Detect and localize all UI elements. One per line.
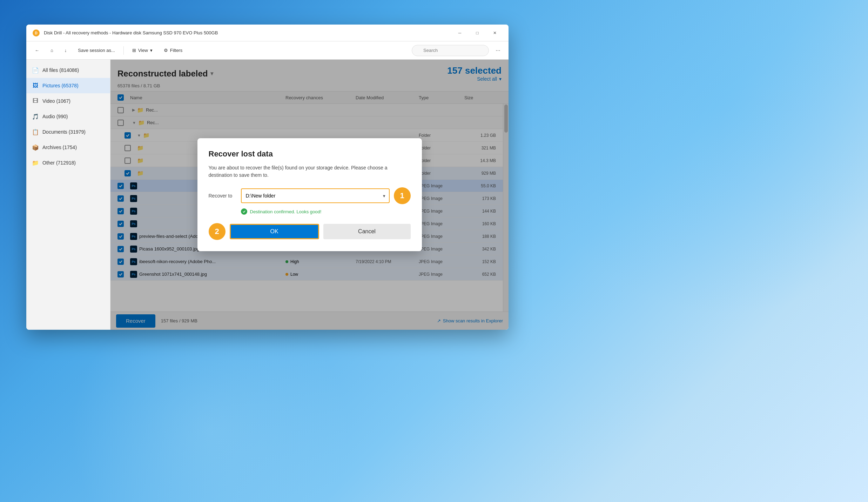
modal-confirm-text: Destination confirmed. Looks good!: [250, 209, 322, 214]
modal-recover-row: Recover to D:\New folder ▾ 1: [209, 187, 411, 204]
save-session-button[interactable]: Save session as...: [74, 44, 119, 57]
sidebar-item-archives-label: Archives (1754): [42, 145, 77, 150]
archives-icon: 📦: [32, 144, 39, 151]
view-label: View: [138, 48, 148, 53]
more-button[interactable]: ···: [492, 44, 504, 57]
sidebar-item-video-label: Video (1067): [42, 98, 70, 104]
modal-destination-select[interactable]: D:\New folder: [241, 188, 390, 203]
sidebar-item-all-files-label: All files (814086): [42, 67, 79, 73]
sidebar-item-video[interactable]: 🎞 Video (1067): [26, 93, 110, 109]
toolbar: ← ⌂ ↓ Save session as... ⊞ View ▾ ⚙ Filt…: [26, 41, 509, 60]
sidebar-item-pictures-label: Pictures (65378): [42, 83, 79, 88]
view-chevron-icon: ▾: [150, 48, 153, 53]
modal-cancel-button[interactable]: Cancel: [323, 224, 411, 239]
minimize-button[interactable]: ─: [452, 27, 468, 39]
step-2-badge: 2: [209, 223, 226, 240]
toolbar-separator: [123, 46, 124, 55]
app-icon: D: [32, 29, 40, 37]
modal-overlay: Recover lost data You are about to recov…: [110, 60, 509, 330]
save-session-label: Save session as...: [78, 48, 115, 53]
home-icon: ⌂: [51, 48, 53, 53]
modal-dialog: Recover lost data You are about to recov…: [197, 138, 422, 251]
sidebar-item-audio-label: Audio (990): [42, 114, 68, 119]
documents-icon: 📋: [32, 129, 39, 135]
svg-text:D: D: [35, 31, 37, 35]
home-button[interactable]: ⌂: [46, 44, 58, 57]
sidebar-item-other[interactable]: 📁 Other (712918): [26, 155, 110, 170]
close-button[interactable]: ✕: [487, 27, 503, 39]
modal-select-wrapper: D:\New folder ▾: [241, 188, 390, 203]
modal-buttons: 2 OK Cancel: [209, 223, 411, 240]
main-window: D Disk Drill - All recovery methods - Ha…: [26, 25, 509, 330]
filters-icon: ⚙: [164, 48, 168, 53]
step-1-badge: 1: [394, 187, 411, 204]
sidebar-item-audio[interactable]: 🎵 Audio (990): [26, 109, 110, 124]
modal-description: You are about to recover the file(s) fou…: [209, 164, 411, 179]
back-icon: ←: [35, 48, 39, 53]
search-input[interactable]: [412, 45, 489, 56]
window-title: Disk Drill - All recovery methods - Hard…: [44, 30, 452, 35]
sidebar-item-documents-label: Documents (31979): [42, 129, 86, 135]
sidebar-item-other-label: Other (712918): [42, 160, 76, 166]
modal-ok-button[interactable]: OK: [230, 224, 319, 239]
view-button[interactable]: ⊞ View ▾: [128, 44, 157, 57]
back-button[interactable]: ←: [31, 44, 43, 57]
download-icon: ↓: [65, 48, 67, 53]
view-icon: ⊞: [132, 48, 136, 53]
filters-button[interactable]: ⚙ Filters: [160, 44, 187, 57]
sidebar: 📄 All files (814086) 🖼 Pictures (65378) …: [26, 60, 110, 330]
sidebar-item-all-files[interactable]: 📄 All files (814086): [26, 62, 110, 78]
check-circle-icon: [241, 208, 247, 215]
filters-label: Filters: [170, 48, 182, 53]
main-panel: Reconstructed labeled ▾ 157 selected Sel…: [110, 60, 509, 330]
all-files-icon: 📄: [32, 67, 39, 74]
modal-title: Recover lost data: [209, 149, 411, 159]
modal-recover-to-label: Recover to: [209, 193, 237, 199]
pictures-icon: 🖼: [32, 82, 39, 89]
maximize-button[interactable]: □: [469, 27, 485, 39]
download-button[interactable]: ↓: [60, 44, 71, 57]
more-icon: ···: [496, 47, 500, 54]
titlebar: D Disk Drill - All recovery methods - Ha…: [26, 25, 509, 41]
modal-confirm-row: Destination confirmed. Looks good!: [209, 208, 411, 215]
sidebar-item-pictures[interactable]: 🖼 Pictures (65378): [26, 78, 110, 93]
search-wrapper: 🔍: [412, 45, 489, 56]
audio-icon: 🎵: [32, 113, 39, 120]
sidebar-item-archives[interactable]: 📦 Archives (1754): [26, 140, 110, 155]
video-icon: 🎞: [32, 98, 39, 104]
sidebar-item-documents[interactable]: 📋 Documents (31979): [26, 124, 110, 140]
other-icon: 📁: [32, 160, 39, 166]
content-area: 📄 All files (814086) 🖼 Pictures (65378) …: [26, 60, 509, 330]
window-controls: ─ □ ✕: [452, 27, 503, 39]
